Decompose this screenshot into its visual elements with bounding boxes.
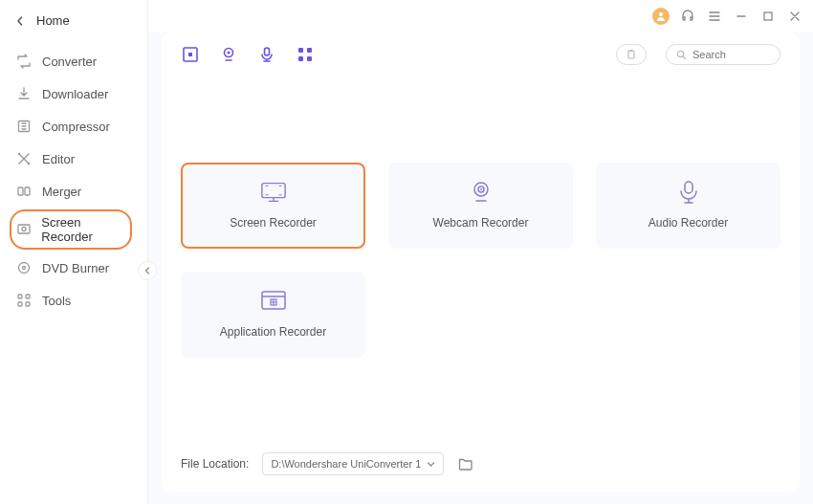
svg-point-7 [19, 263, 30, 274]
application-recorder-card-icon [260, 291, 287, 312]
converter-icon [15, 53, 33, 70]
clipboard-button[interactable] [616, 44, 647, 65]
sidebar-header: Home [0, 0, 147, 41]
svg-rect-19 [265, 48, 270, 55]
file-location-label: File Location: [181, 457, 249, 471]
audio-recorder-card-icon [675, 182, 702, 203]
sidebar-item-downloader[interactable]: Downloader [0, 77, 147, 110]
screen-recorder-card-icon [260, 182, 287, 203]
tool-screen-record-icon[interactable] [181, 45, 200, 64]
sidebar-item-dvd-burner[interactable]: DVD Burner [0, 252, 147, 284]
card-webcam-recorder[interactable]: Webcam Recorder [388, 163, 573, 249]
file-location-select[interactable]: D:\Wondershare UniConverter 1 [262, 452, 444, 475]
webcam-recorder-card-icon [468, 182, 494, 203]
svg-rect-20 [298, 48, 303, 53]
sidebar-item-label: Editor [42, 152, 75, 166]
svg-rect-3 [18, 187, 23, 195]
sidebar-item-converter[interactable]: Converter [0, 45, 147, 77]
svg-rect-27 [261, 184, 284, 198]
svg-rect-11 [18, 302, 22, 306]
editor-icon [15, 150, 33, 167]
sidebar-item-label: Merger [42, 185, 81, 199]
svg-rect-25 [630, 50, 633, 52]
svg-rect-9 [18, 295, 22, 298]
svg-rect-12 [26, 302, 30, 306]
tool-audio-icon[interactable] [257, 45, 276, 64]
titlebar [148, 0, 813, 33]
sidebar-item-label: Screen Recorder [41, 215, 132, 244]
open-folder-button[interactable] [457, 455, 474, 472]
sidebar-item-screen-recorder[interactable]: Screen Recorder [0, 208, 147, 252]
screen-recorder-icon [15, 221, 32, 238]
search-icon [676, 50, 687, 60]
svg-rect-14 [764, 12, 772, 20]
sidebar-item-label: Converter [42, 55, 97, 69]
svg-point-1 [18, 153, 21, 156]
tool-apps-icon[interactable] [296, 45, 315, 64]
cards-grid: Screen Recorder Webcam Recorder Audio Re… [162, 77, 800, 377]
svg-rect-22 [298, 56, 303, 61]
sidebar-item-label: DVD Burner [42, 261, 109, 275]
search-box[interactable] [666, 44, 780, 65]
dvd-burner-icon [15, 259, 33, 276]
svg-point-18 [228, 52, 231, 55]
svg-rect-16 [188, 53, 192, 56]
file-location-value: D:\Wondershare UniConverter 1 [271, 458, 421, 470]
tool-webcam-icon[interactable] [219, 45, 238, 64]
avatar[interactable] [652, 8, 670, 25]
hamburger-menu-icon[interactable] [706, 8, 723, 25]
svg-point-13 [659, 12, 663, 16]
home-label: Home [36, 13, 70, 28]
card-label: Application Recorder [220, 325, 326, 339]
sidebar-nav: Converter Downloader Compressor Editor [0, 41, 147, 320]
close-button[interactable] [786, 8, 803, 25]
sidebar-item-compressor[interactable]: Compressor [0, 110, 147, 142]
svg-point-8 [23, 267, 26, 270]
svg-rect-10 [26, 295, 30, 298]
downloader-icon [15, 85, 33, 102]
sidebar-item-editor[interactable]: Editor [0, 142, 147, 175]
card-label: Webcam Recorder [433, 216, 529, 230]
sidebar-item-tools[interactable]: Tools [0, 284, 147, 317]
svg-rect-21 [307, 48, 312, 53]
sidebar-item-label: Compressor [42, 120, 110, 134]
footer: File Location: D:\Wondershare UniConvert… [162, 439, 800, 493]
svg-point-2 [28, 163, 31, 165]
sidebar-item-label: Downloader [42, 87, 108, 101]
minimize-button[interactable] [733, 8, 750, 25]
tools-icon [15, 292, 33, 309]
card-audio-recorder[interactable]: Audio Recorder [596, 163, 780, 249]
card-label: Screen Recorder [230, 216, 317, 230]
compressor-icon [15, 118, 33, 135]
main: Screen Recorder Webcam Recorder Audio Re… [148, 0, 813, 504]
headset-icon[interactable] [679, 8, 696, 25]
svg-rect-5 [18, 225, 30, 233]
svg-rect-24 [628, 51, 634, 58]
svg-rect-4 [25, 187, 30, 195]
chevron-down-icon [427, 460, 435, 469]
card-screen-recorder[interactable]: Screen Recorder [181, 163, 365, 249]
svg-rect-31 [685, 182, 692, 193]
sidebar-item-merger[interactable]: Merger [0, 175, 147, 208]
card-application-recorder[interactable]: Application Recorder [181, 272, 365, 358]
sidebar-collapse-handle[interactable] [138, 261, 157, 280]
merger-icon [15, 183, 33, 200]
content-panel: Screen Recorder Webcam Recorder Audio Re… [162, 33, 800, 493]
svg-point-6 [22, 228, 26, 231]
maximize-button[interactable] [759, 8, 777, 25]
card-label: Audio Recorder [648, 216, 728, 230]
search-input[interactable] [692, 49, 770, 60]
sidebar: Home Converter Downloader Compressor [0, 0, 148, 504]
toolbar [162, 33, 800, 77]
svg-point-30 [480, 188, 482, 190]
svg-rect-23 [307, 56, 312, 61]
sidebar-item-label: Tools [42, 294, 71, 308]
back-chevron-icon[interactable] [15, 16, 25, 26]
